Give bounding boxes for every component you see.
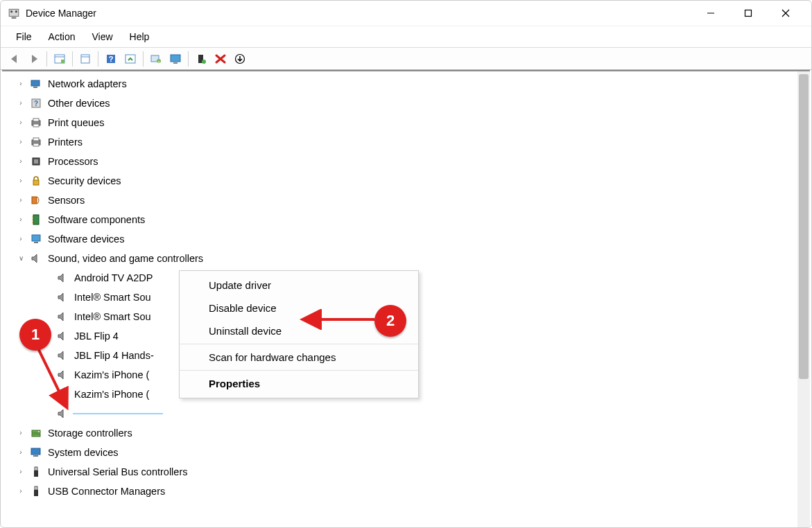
tree-node[interactable]: ›System devices: [16, 443, 797, 462]
svg-rect-35: [34, 159, 38, 164]
annotation-badge-2: 2: [374, 305, 406, 337]
tree-node-label: Network adapters: [46, 73, 128, 94]
monitor-button[interactable]: [166, 50, 185, 68]
forward-button[interactable]: [24, 50, 44, 68]
menu-help[interactable]: Help: [121, 28, 158, 45]
svg-rect-36: [33, 180, 39, 185]
expand-twisty[interactable]: ›: [16, 482, 26, 501]
annotation-arrow-1: [28, 343, 83, 419]
window-title: Device Manager: [26, 8, 692, 19]
svg-rect-42: [32, 235, 40, 241]
svg-rect-51: [35, 486, 37, 490]
show-hidden-button[interactable]: [50, 50, 69, 68]
expand-twisty[interactable]: ›: [16, 191, 26, 210]
tree-node-label: Kazim's iPhone (: [73, 364, 150, 385]
tree-node-label: Print queues: [46, 112, 105, 133]
back-button[interactable]: [5, 50, 24, 68]
svg-rect-33: [33, 143, 39, 146]
menu-file[interactable]: File: [8, 28, 40, 45]
menu-view[interactable]: View: [83, 28, 121, 45]
menu-action[interactable]: Action: [40, 28, 84, 45]
expand-twisty[interactable]: ›: [16, 171, 26, 191]
toolbar: ? +: [1, 48, 811, 70]
tree-node[interactable]: ›?Other devices: [16, 94, 797, 113]
speaker-icon: [56, 291, 69, 303]
svg-point-22: [202, 60, 206, 64]
expand-twisty[interactable]: ›: [16, 423, 26, 443]
tree-node[interactable]: ›Security devices: [16, 171, 797, 191]
svg-rect-29: [33, 118, 39, 121]
tree-node[interactable]: ›Processors: [16, 152, 797, 171]
update-driver-button[interactable]: [121, 50, 140, 68]
tree-node[interactable]: ›Storage controllers: [16, 423, 797, 443]
expand-twisty[interactable]: ›: [16, 74, 26, 94]
menu-separator: [180, 370, 418, 371]
sensor-icon: [30, 194, 42, 206]
unknown-device-icon: ?: [30, 97, 42, 109]
tree-node-label: Intel® Smart Sou: [73, 306, 153, 327]
expand-twisty[interactable]: ›: [16, 94, 26, 113]
maximize-button[interactable]: [729, 1, 767, 26]
component-icon: [30, 213, 42, 226]
tree-node-label: Software devices: [46, 229, 126, 249]
svg-point-46: [38, 431, 40, 432]
help-button[interactable]: ?: [101, 50, 121, 68]
tree-node[interactable]: ›Print queues: [16, 113, 797, 132]
expand-twisty[interactable]: ›: [16, 113, 26, 132]
tree-node[interactable]: ∨Sound, video and game controllers: [16, 249, 797, 268]
expand-twisty[interactable]: ›: [16, 443, 26, 462]
svg-text:?: ?: [34, 100, 38, 107]
svg-rect-52: [34, 490, 38, 496]
scrollbar-thumb[interactable]: [799, 74, 809, 379]
svg-point-2: [10, 10, 12, 12]
vertical-scrollbar[interactable]: [797, 71, 810, 527]
menubar: File Action View Help: [1, 26, 811, 48]
close-button[interactable]: [767, 1, 804, 26]
tree-node[interactable]: ›Universal Serial Bus controllers: [16, 462, 797, 482]
svg-rect-37: [32, 197, 37, 204]
tree-node[interactable]: ›Sensors: [16, 191, 797, 210]
storage-icon: [30, 427, 42, 439]
svg-rect-10: [61, 60, 64, 63]
tree-node[interactable]: ›USB Connector Managers: [16, 482, 797, 501]
tree-node-label: Storage controllers: [46, 423, 134, 443]
annotation-arrow-2: [298, 309, 381, 330]
tree-node-label: Processors: [46, 151, 100, 172]
expand-twisty[interactable]: ›: [16, 210, 26, 229]
uninstall-button[interactable]: [211, 50, 230, 68]
svg-rect-11: [81, 55, 89, 63]
tree-node[interactable]: ›Software devices: [16, 229, 797, 249]
print-queue-icon: [30, 116, 42, 129]
tree-node[interactable]: ›Software components: [16, 210, 797, 229]
expand-twisty[interactable]: ›: [16, 229, 26, 249]
tree-node[interactable]: ›Network adapters: [16, 74, 797, 94]
tree-node-label: Sensors: [46, 190, 86, 211]
menu-scan-hardware[interactable]: Scan for hardware changes: [180, 346, 418, 369]
tree-child-node[interactable]: [16, 404, 797, 423]
svg-rect-32: [33, 138, 39, 141]
minimize-button[interactable]: [692, 1, 729, 26]
security-icon: [30, 175, 42, 187]
menu-properties[interactable]: Properties: [180, 372, 418, 395]
svg-rect-20: [173, 62, 178, 64]
menu-update-driver[interactable]: Update driver: [180, 274, 418, 297]
properties-button[interactable]: [76, 50, 95, 68]
expand-twisty[interactable]: ›: [16, 152, 26, 171]
expand-twisty[interactable]: ∨: [16, 249, 26, 268]
scan-hardware-button[interactable]: +: [146, 50, 166, 68]
down-button[interactable]: [230, 50, 250, 68]
expand-twisty[interactable]: ›: [16, 132, 26, 152]
network-icon: [30, 78, 42, 90]
enable-button[interactable]: [191, 50, 211, 68]
svg-point-3: [15, 10, 17, 12]
svg-text:+: +: [157, 59, 160, 63]
expand-twisty[interactable]: ›: [16, 462, 26, 482]
tree-node[interactable]: ›Printers: [16, 132, 797, 152]
tree-node-label: System devices: [46, 442, 120, 463]
speaker-icon: [56, 310, 69, 323]
menu-separator: [180, 344, 418, 344]
svg-rect-38: [33, 215, 39, 225]
svg-rect-49: [35, 467, 37, 470]
svg-rect-47: [31, 448, 40, 455]
svg-rect-5: [745, 10, 752, 17]
